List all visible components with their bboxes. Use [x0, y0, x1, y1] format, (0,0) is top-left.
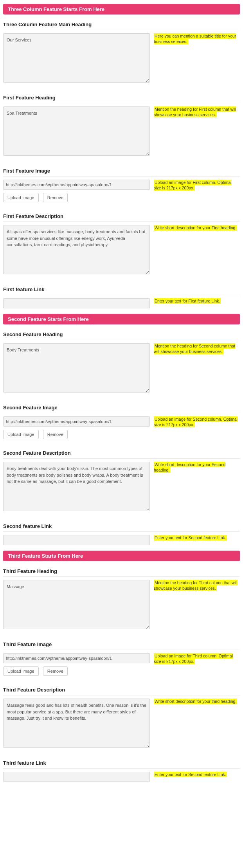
- third-feature-image-label: Third Feature Image: [3, 641, 240, 650]
- third-feature-upload-button[interactable]: Upload Image: [3, 666, 39, 676]
- first-feature-heading-hint: Mention the heading for First column tha…: [154, 106, 236, 117]
- third-feature-link-input[interactable]: [3, 772, 150, 782]
- second-feature-link-input[interactable]: [3, 535, 150, 545]
- third-feature-link-hint: Enter your text for Second feature Link.: [154, 772, 227, 777]
- second-feature-image-input[interactable]: [3, 416, 150, 427]
- first-feature-upload-button[interactable]: Upload Image: [3, 193, 39, 202]
- main-heading-textarea[interactable]: [3, 33, 150, 83]
- second-feature-image-label: Second Feature Image: [3, 405, 240, 413]
- first-feature-link-input[interactable]: [3, 298, 150, 308]
- first-feature-link-hint: Enter your text for First feature Link.: [154, 298, 221, 304]
- first-feature-heading-label: First Feature Heading: [3, 95, 240, 103]
- second-feature-desc-hint: Write short description for your Second …: [154, 462, 225, 473]
- second-feature-remove-button[interactable]: Remove: [43, 430, 68, 439]
- third-feature-image-hint: Upload an image for Third column. Optima…: [154, 653, 233, 664]
- first-feature-heading-textarea[interactable]: [3, 106, 150, 156]
- first-feature-desc-label: First Feature Description: [3, 213, 240, 222]
- third-feature-section-header: Third Feature Starts From Here: [3, 551, 240, 561]
- first-feature-image-hint: Upload an image for First column. Optima…: [154, 180, 232, 191]
- third-feature-heading-textarea[interactable]: [3, 580, 150, 629]
- second-feature-desc-textarea[interactable]: [3, 462, 150, 511]
- third-feature-image-input[interactable]: [3, 653, 150, 663]
- second-feature-heading-label: Second Feature Heading: [3, 331, 240, 340]
- third-feature-desc-textarea[interactable]: [3, 699, 150, 748]
- third-feature-link-label: Third feature Link: [3, 760, 240, 769]
- third-feature-desc-hint: Write short description for your third h…: [154, 699, 237, 704]
- third-feature-heading-hint: Mention the heading for Third column tha…: [154, 580, 238, 591]
- second-feature-upload-button[interactable]: Upload Image: [3, 430, 39, 439]
- third-feature-desc-label: Third Feature Description: [3, 687, 240, 695]
- first-feature-desc-hint: Write short description for your First h…: [154, 225, 237, 231]
- first-feature-remove-button[interactable]: Remove: [43, 193, 68, 202]
- three-column-section-header: Three Column Feature Starts From Here: [3, 4, 240, 14]
- second-feature-link-label: Second feature Link: [3, 523, 240, 532]
- first-feature-link-label: First feature Link: [3, 286, 240, 295]
- second-feature-heading-textarea[interactable]: [3, 343, 150, 393]
- second-feature-link-hint: Enter your text for Second feature Link.: [154, 535, 227, 540]
- first-feature-image-input[interactable]: [3, 180, 150, 190]
- third-feature-remove-button[interactable]: Remove: [43, 666, 68, 676]
- third-feature-heading-label: Third Feature Heading: [3, 568, 240, 577]
- second-feature-image-hint: Upload an image for Second column. Optim…: [154, 416, 238, 427]
- second-feature-heading-hint: Mention the heading for Second column th…: [154, 343, 235, 354]
- main-heading-label: Three Column Feature Main Heading: [3, 22, 240, 30]
- main-heading-hint: Here you can mention a suitable title fo…: [154, 33, 236, 44]
- first-feature-image-label: First Feature Image: [3, 168, 240, 176]
- first-feature-desc-textarea[interactable]: [3, 225, 150, 274]
- second-feature-section-header: Second Feature Starts From Here: [3, 314, 240, 324]
- second-feature-desc-label: Second Feature Description: [3, 450, 240, 459]
